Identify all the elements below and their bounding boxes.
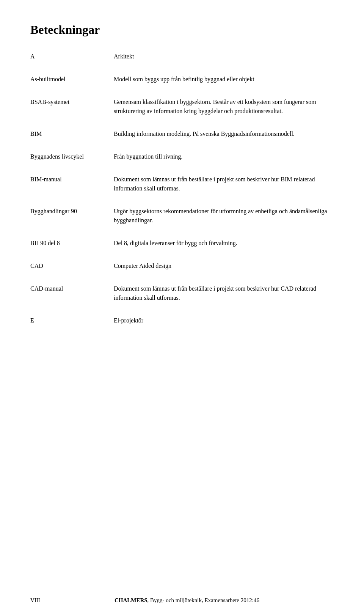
page-title: Beteckningar [30, 23, 334, 37]
glossary-row: CAD-manualDokument som lämnas ut från be… [30, 284, 334, 316]
footer-center: CHALMERS, Bygg- och miljöteknik, Examens… [40, 597, 334, 604]
glossary-row: Byggnadens livscykelFrån byggnation till… [30, 152, 334, 175]
glossary-definition: Modell som byggs upp från befintlig bygg… [114, 75, 334, 98]
glossary-definition: Dokument som lämnas ut från beställare i… [114, 175, 334, 207]
glossary-row: BIM-manualDokument som lämnas ut från be… [30, 175, 334, 207]
glossary-definition: Från byggnation till rivning. [114, 152, 334, 175]
glossary-row: BSAB-systemetGemensam klassifikation i b… [30, 98, 334, 129]
footer-institution-normal: , Bygg- och miljöteknik, Examensarbete 2… [147, 597, 259, 603]
glossary-row: BH 90 del 8Del 8, digitala leveranser fö… [30, 239, 334, 261]
glossary-row: CADComputer Aided design [30, 261, 334, 284]
footer-institution-bold: CHALMERS [115, 597, 147, 603]
footer: VIII CHALMERS, Bygg- och miljöteknik, Ex… [0, 597, 364, 604]
glossary-term: BIM-manual [30, 175, 114, 207]
glossary-term: BIM [30, 129, 114, 152]
glossary-row: AArkitekt [30, 52, 334, 75]
glossary-definition: Del 8, digitala leveranser för bygg och … [114, 239, 334, 261]
glossary-term: BSAB-systemet [30, 98, 114, 129]
glossary-term: CAD-manual [30, 284, 114, 316]
glossary-term: CAD [30, 261, 114, 284]
glossary-term: A [30, 52, 114, 75]
glossary-row: As-builtmodelModell som byggs upp från b… [30, 75, 334, 98]
glossary-definition: Building information modeling. På svensk… [114, 129, 334, 152]
glossary-term: As-builtmodel [30, 75, 114, 98]
glossary-definition: Utgör byggsektorns rekommendationer för … [114, 207, 334, 239]
glossary-term: E [30, 316, 114, 339]
glossary-table: AArkitektAs-builtmodelModell som byggs u… [30, 52, 334, 339]
glossary-row: Bygghandlingar 90Utgör byggsektorns reko… [30, 207, 334, 239]
footer-page-number: VIII [30, 597, 40, 604]
glossary-definition: Dokument som lämnas ut från beställare i… [114, 284, 334, 316]
glossary-definition: El-projektör [114, 316, 334, 339]
glossary-term: BH 90 del 8 [30, 239, 114, 261]
glossary-definition: Computer Aided design [114, 261, 334, 284]
glossary-term: Byggnadens livscykel [30, 152, 114, 175]
glossary-row: BIMBuilding information modeling. På sve… [30, 129, 334, 152]
glossary-row: EEl-projektör [30, 316, 334, 339]
glossary-definition: Gemensam klassifikation i byggsektorn. B… [114, 98, 334, 129]
glossary-term: Bygghandlingar 90 [30, 207, 114, 239]
glossary-definition: Arkitekt [114, 52, 334, 75]
